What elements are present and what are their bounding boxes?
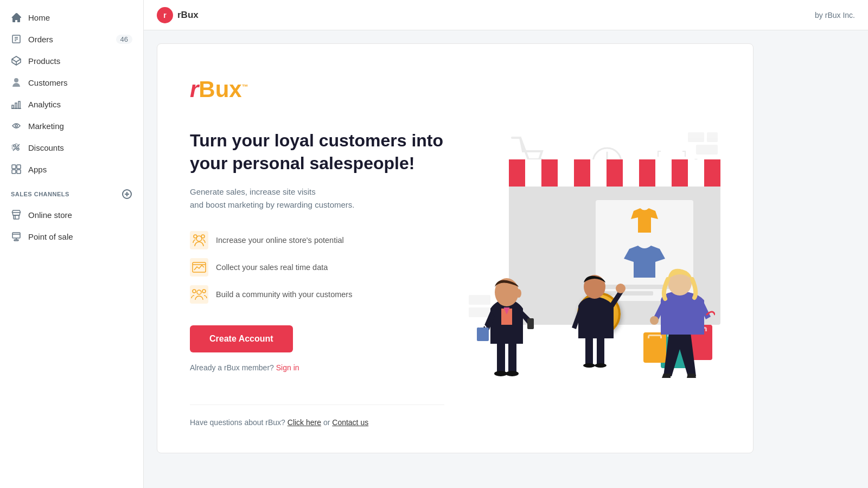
feature-icon-2 [190, 258, 208, 277]
svg-point-51 [506, 371, 519, 376]
svg-point-60 [595, 363, 607, 368]
svg-point-59 [583, 363, 595, 368]
person-middle [566, 260, 626, 368]
svg-point-50 [494, 371, 507, 376]
feature-2-text: Collect your sales real time data [216, 263, 328, 272]
create-account-button[interactable]: Create Account [190, 325, 293, 352]
discounts-icon [11, 142, 22, 153]
products-icon [11, 55, 22, 66]
app-card: rBux™ Turn your loyal customers into you… [157, 43, 754, 453]
questions-prefix: Have questions about rBux? [190, 418, 285, 427]
svg-rect-24 [14, 240, 18, 241]
tshirt-icon [628, 206, 661, 238]
svg-rect-7 [15, 103, 17, 108]
person-businessman [474, 260, 539, 379]
svg-rect-27 [190, 231, 208, 249]
svg-rect-49 [508, 341, 516, 374]
logo-tm: ™ [242, 83, 248, 91]
sidebar-item-analytics[interactable]: Analytics [0, 93, 143, 115]
svg-rect-40 [696, 145, 718, 155]
store-icon [11, 209, 22, 220]
customers-icon [11, 77, 22, 88]
rbux-logo: rBux™ [190, 76, 248, 102]
sidebar-item-products[interactable]: Products [0, 50, 143, 72]
sidebar-item-customers-label: Customers [28, 78, 68, 87]
add-channel-icon[interactable] [122, 189, 132, 200]
sales-channels-section: SALES CHANNELS [0, 180, 143, 204]
click-here-link[interactable]: Click here [288, 418, 321, 427]
sidebar-item-point-of-sale[interactable]: Point of sale [0, 226, 143, 247]
svg-rect-15 [17, 165, 21, 169]
sidebar-item-orders[interactable]: Orders 46 [0, 28, 143, 50]
questions-or: or [323, 418, 332, 427]
person-woman [650, 254, 715, 379]
analytics-icon [11, 99, 22, 110]
main-content: rBux™ Turn your loyal customers into you… [144, 30, 868, 488]
svg-rect-48 [497, 341, 505, 374]
contact-us-link[interactable]: Contact us [332, 418, 368, 427]
sidebar-nav: Home Orders 46 Products Custo [0, 7, 143, 180]
topbar-right-text: by rBux Inc. [815, 11, 855, 20]
signin-text: Already a rBux member? Sign in [190, 363, 444, 372]
sidebar-item-customers[interactable]: Customers [0, 72, 143, 93]
sales-channels-title: SALES CHANNELS [11, 191, 69, 197]
pos-icon [11, 231, 22, 242]
sidebar-item-orders-label: Orders [28, 35, 53, 44]
signin-prefix: Already a rBux member? [190, 363, 274, 372]
questions-text: Have questions about rBux? Click here or… [190, 404, 444, 427]
brand-icon: r [157, 7, 173, 23]
sidebar-item-analytics-label: Analytics [28, 100, 61, 109]
sidebar-item-apps[interactable]: Apps [0, 158, 143, 180]
svg-rect-16 [12, 170, 16, 174]
sidebar-item-apps-label: Apps [28, 165, 47, 174]
svg-rect-58 [597, 336, 604, 365]
svg-rect-53 [477, 328, 489, 341]
sign-in-link[interactable]: Sign in [276, 363, 299, 372]
orders-badge: 46 [116, 35, 132, 44]
svg-point-56 [516, 289, 521, 298]
svg-point-10 [15, 125, 17, 127]
sidebar-item-online-store[interactable]: Online store [0, 204, 143, 226]
home-icon [11, 12, 22, 23]
sidebar: Home Orders 46 Products Custo [0, 0, 144, 488]
apps-icon [11, 164, 22, 175]
svg-rect-21 [14, 215, 19, 219]
sidebar-item-home[interactable]: Home [0, 7, 143, 28]
sidebar-item-products-label: Products [28, 56, 60, 66]
sidebar-item-marketing-label: Marketing [28, 121, 64, 131]
feature-item-1: Increase your online store's potential [190, 231, 444, 249]
right-illustration: Sale [466, 130, 720, 379]
svg-point-61 [616, 284, 626, 293]
feature-3-text: Build a community with your customers [216, 290, 352, 299]
headline: Turn your loyal customers into your pers… [190, 130, 444, 175]
svg-rect-14 [12, 165, 16, 169]
sidebar-item-online-store-label: Online store [28, 210, 72, 220]
brand-name: rBux [177, 10, 199, 21]
marketing-icon [11, 120, 22, 131]
left-content: Turn your loyal customers into your pers… [190, 130, 444, 427]
sidebar-item-home-label: Home [28, 13, 50, 22]
feature-icon-1 [190, 231, 208, 249]
sidebar-item-pos-label: Point of sale [28, 232, 73, 241]
sidebar-item-marketing[interactable]: Marketing [0, 115, 143, 137]
logo-bux-part: Bux™ [199, 76, 248, 102]
svg-rect-6 [12, 105, 14, 108]
svg-rect-57 [585, 336, 593, 365]
feature-icon-3 [190, 285, 208, 304]
sidebar-item-discounts-label: Discounts [28, 143, 64, 152]
sidebar-item-discounts[interactable]: Discounts [0, 137, 143, 158]
feature-item-2: Collect your sales real time data [190, 258, 444, 277]
topbar-brand: r rBux [157, 7, 199, 23]
svg-rect-8 [18, 101, 20, 108]
svg-rect-23 [12, 233, 20, 238]
svg-point-63 [650, 316, 659, 325]
content-layout: Turn your loyal customers into your pers… [190, 130, 720, 427]
feature-item-3: Build a community with your customers [190, 285, 444, 304]
svg-rect-38 [688, 132, 704, 142]
subtext: Generate sales, increase site visits and… [190, 185, 444, 211]
svg-rect-54 [527, 318, 534, 329]
feature-1-text: Increase your online store's potential [216, 236, 344, 245]
features-list: Increase your online store's potential [190, 231, 444, 304]
subtext-line1: Generate sales, increase site visits [190, 187, 316, 196]
topbar: r rBux by rBux Inc. [144, 0, 868, 30]
